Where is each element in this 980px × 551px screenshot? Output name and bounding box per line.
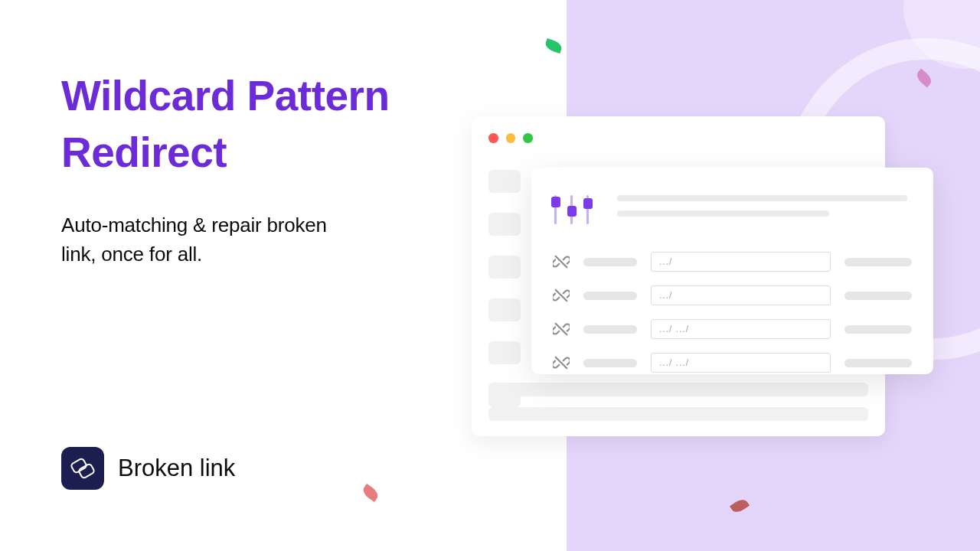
- sidebar-placeholder: [488, 170, 521, 193]
- action-placeholder: [844, 258, 912, 266]
- filter-sliders-icon: [554, 192, 589, 224]
- window-traffic-lights: [488, 133, 533, 143]
- maximize-dot-icon: [523, 133, 533, 143]
- text-line-placeholder: [617, 210, 829, 217]
- footer-row-placeholder: [488, 407, 868, 421]
- close-dot-icon: [488, 133, 498, 143]
- redirect-row: .../: [553, 252, 912, 272]
- footer-row-placeholder: [488, 383, 868, 396]
- broken-link-icon: [553, 253, 570, 270]
- header-text-placeholder: [617, 195, 907, 226]
- heading-line-1: Wildcard Pattern: [61, 67, 390, 124]
- heading-line-2: Redirect: [61, 124, 390, 181]
- sidebar-placeholder: [488, 213, 521, 236]
- label-placeholder: [583, 292, 637, 300]
- redirect-row: .../: [553, 285, 912, 305]
- redirect-row: .../ .../: [553, 353, 912, 373]
- main-heading: Wildcard Pattern Redirect: [61, 67, 390, 181]
- minimize-dot-icon: [506, 133, 516, 143]
- broken-link-icon: [61, 447, 104, 490]
- leaf-decoration: [544, 38, 563, 54]
- subheading-line-1: Auto-matching & repair broken: [61, 211, 327, 240]
- subheading: Auto-matching & repair broken link, once…: [61, 211, 327, 269]
- broken-link-icon: [553, 354, 570, 371]
- sidebar-placeholders: [488, 170, 521, 407]
- leaf-decoration: [361, 484, 381, 502]
- broken-link-icon: [553, 287, 570, 304]
- redirect-rows: .../ .../ .../ .../ .../ .../: [553, 252, 912, 373]
- action-placeholder: [844, 359, 912, 367]
- pattern-field[interactable]: .../ .../: [651, 353, 831, 373]
- brand-name: Broken link: [118, 455, 235, 482]
- window-foreground: .../ .../ .../ .../ .../ .../: [531, 168, 933, 374]
- label-placeholder: [583, 359, 637, 367]
- broken-link-icon: [553, 321, 570, 337]
- action-placeholder: [844, 325, 912, 334]
- sidebar-placeholder: [488, 298, 521, 321]
- pattern-field[interactable]: .../: [651, 285, 831, 305]
- brand-block: Broken link: [61, 447, 235, 490]
- pattern-field[interactable]: .../ .../: [651, 319, 831, 339]
- label-placeholder: [583, 258, 637, 266]
- subheading-line-2: link, once for all.: [61, 240, 327, 269]
- action-placeholder: [844, 292, 912, 300]
- sidebar-placeholder: [488, 341, 521, 364]
- pattern-field[interactable]: .../: [651, 252, 831, 272]
- text-line-placeholder: [617, 195, 907, 201]
- redirect-row: .../ .../: [553, 319, 912, 339]
- label-placeholder: [583, 325, 637, 334]
- sidebar-placeholder: [488, 256, 521, 279]
- footer-placeholder-rows: [488, 383, 868, 421]
